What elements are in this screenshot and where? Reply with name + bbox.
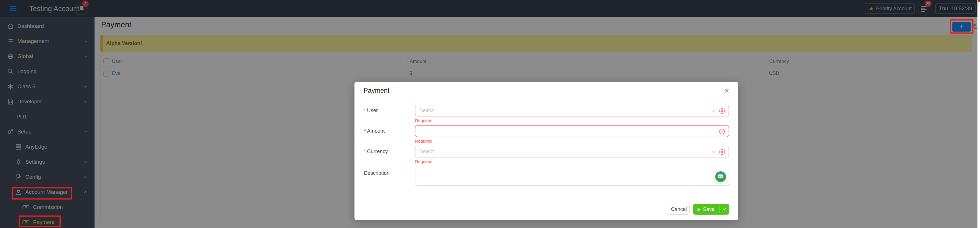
amount-field-row: *Amount [364, 125, 729, 137]
chevron-down-icon [711, 150, 716, 155]
user-field-row: *User Select [364, 105, 729, 116]
amount-field-label: *Amount [364, 128, 415, 134]
amount-required-error: Required [415, 139, 729, 143]
description-field-label: Description [364, 167, 415, 176]
amount-input-wrap [415, 125, 729, 137]
user-field-label: *User [364, 108, 415, 113]
error-circle-icon [719, 149, 725, 155]
error-circle-icon [719, 108, 725, 114]
modal-body: *User Select Required *Amount Required *… [355, 100, 738, 187]
modal-footer: Cancel ▶ Save [355, 198, 738, 220]
user-required-error: Required [415, 118, 729, 123]
save-split-button[interactable]: ▶ Save [693, 204, 729, 215]
play-icon: ▶ [698, 207, 701, 212]
save-label: Save [703, 206, 714, 212]
description-wrap: ⋰ [415, 167, 729, 187]
select-placeholder: Select [419, 108, 434, 113]
error-circle-icon [719, 128, 725, 135]
chevron-down-icon [722, 207, 727, 212]
grammar-checker-icon[interactable] [714, 170, 727, 183]
required-mark: * [364, 108, 366, 113]
payment-modal: Payment × *User Select Required *Amount [355, 82, 738, 220]
user-select[interactable]: Select [415, 105, 729, 116]
currency-required-error: Required [415, 159, 729, 164]
cancel-button[interactable]: Cancel [668, 204, 690, 215]
resize-handle-icon[interactable]: ⋰ [725, 183, 729, 188]
close-icon[interactable]: × [724, 86, 729, 95]
amount-input[interactable] [419, 128, 664, 134]
select-placeholder: Select [419, 148, 434, 155]
currency-field-row: *Currency Select [364, 146, 729, 158]
annotation-box-payment [19, 215, 60, 227]
save-dropdown-button[interactable] [719, 207, 729, 212]
modal-title: Payment [364, 87, 390, 94]
scrollbar-gutter [977, 0, 980, 228]
strip-artifact [978, 0, 980, 2]
annotation-box-account-manager [12, 187, 72, 199]
currency-select[interactable]: Select [415, 146, 729, 158]
save-button[interactable]: ▶ Save [693, 206, 719, 212]
modal-header: Payment × [355, 82, 738, 100]
description-field-row: Description ⋰ [364, 167, 729, 187]
chevron-down-icon [711, 108, 716, 113]
required-mark: * [364, 148, 366, 154]
annotation-box-add-button [950, 19, 974, 33]
currency-field-label: *Currency [364, 148, 415, 155]
description-textarea[interactable] [415, 167, 729, 186]
required-mark: * [364, 128, 366, 134]
